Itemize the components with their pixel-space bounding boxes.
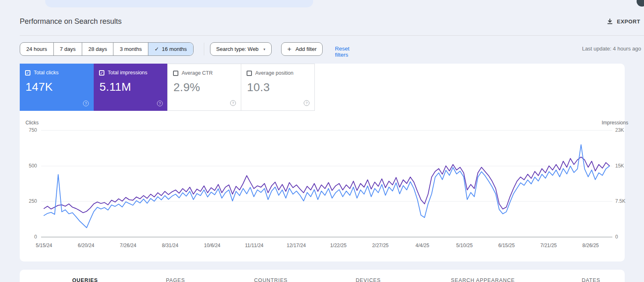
metric-tile-average-position[interactable]: Average position10.3? [241, 64, 315, 111]
x-axis-date-label: 10/6/24 [194, 243, 231, 248]
tab-devices[interactable]: DEVICES [355, 277, 381, 282]
download-icon [607, 18, 613, 25]
metric-label: Average position [255, 70, 293, 76]
metric-value: 2.9% [168, 81, 241, 94]
export-button[interactable]: EXPORT [607, 18, 640, 25]
top-search-bar[interactable] [45, 0, 313, 7]
help-icon[interactable]: ? [157, 101, 163, 106]
date-range-label: 28 days [88, 46, 107, 52]
x-axis-date-label: 5/15/24 [25, 243, 62, 248]
x-axis-date-label: 8/31/24 [152, 243, 189, 248]
filter-group-separator [204, 43, 204, 55]
help-icon[interactable]: ? [304, 100, 309, 106]
metric-tiles-row: ✓Total clicks147K?✓Total impressions5.11… [20, 64, 315, 111]
date-range-chip-group: 24 hours7 days28 days3 months✓16 months [20, 42, 194, 56]
x-axis-date-label: 11/11/24 [236, 243, 273, 248]
search-type-chip[interactable]: Search type: Web ▾ [210, 42, 272, 56]
add-filter-chip[interactable]: + Add filter [281, 42, 323, 56]
date-range-label: 3 months [120, 46, 141, 52]
date-range-chip-16-months[interactable]: ✓16 months [148, 43, 193, 55]
x-axis-date-label: 6/15/25 [488, 243, 525, 248]
x-axis-date-label: 8/26/25 [572, 243, 609, 248]
add-filter-label: Add filter [295, 46, 316, 52]
checkbox-unchecked-icon[interactable] [247, 71, 252, 76]
right-axis-tick: 23K [615, 127, 624, 133]
metric-label: Total clicks [34, 70, 58, 76]
reset-filters-link[interactable]: Reset filters [335, 46, 349, 58]
x-axis-date-label: 7/26/24 [110, 243, 147, 248]
header-divider [20, 35, 644, 36]
checkbox-checked-icon[interactable]: ✓ [99, 70, 104, 76]
date-range-label: 16 months [162, 46, 187, 52]
tab-queries[interactable]: QUERIES [72, 277, 98, 282]
right-axis-title: Impressions [602, 120, 628, 126]
x-axis-date-label: 2/27/25 [362, 243, 399, 248]
date-range-chip-24-hours[interactable]: 24 hours [20, 43, 54, 55]
search-type-label: Search type: Web [216, 46, 259, 52]
left-axis-tick: 750 [19, 127, 37, 133]
clicks-impressions-line-chart[interactable] [41, 130, 612, 237]
date-range-label: 24 hours [26, 46, 47, 52]
export-label: EXPORT [617, 18, 640, 25]
plus-icon: + [287, 45, 291, 53]
date-range-chip-28-days[interactable]: 28 days [82, 43, 114, 55]
metric-tile-average-ctr[interactable]: Average CTR2.9%? [167, 64, 241, 111]
left-axis-tick: 250 [19, 198, 37, 204]
right-axis-tick: 0 [615, 234, 618, 240]
help-icon[interactable]: ? [230, 100, 236, 106]
right-axis-tick: 7.5K [615, 198, 626, 204]
metric-value: 147K [20, 80, 94, 94]
checkbox-checked-icon[interactable]: ✓ [25, 70, 30, 76]
metric-value: 5.11M [94, 80, 168, 94]
performance-page: Performance on Search results EXPORT 24 … [0, 0, 644, 282]
page-title: Performance on Search results [20, 17, 122, 26]
metric-value: 10.3 [241, 81, 314, 94]
date-range-chip-3-months[interactable]: 3 months [113, 43, 148, 55]
metric-label: Total impressions [108, 70, 148, 76]
date-range-label: 7 days [60, 46, 76, 52]
account-avatar[interactable] [637, 0, 644, 7]
left-axis-tick: 0 [19, 234, 37, 240]
left-axis-title: Clicks [25, 120, 39, 126]
tab-countries[interactable]: COUNTRIES [254, 277, 288, 282]
tab-pages[interactable]: PAGES [166, 277, 185, 282]
x-axis-date-label: 7/21/25 [530, 243, 567, 248]
checkbox-unchecked-icon[interactable] [173, 71, 178, 76]
x-axis-date-label: 5/10/25 [446, 243, 483, 248]
x-axis-date-label: 4/4/25 [404, 243, 441, 248]
tab-search-appearance[interactable]: SEARCH APPEARANCE [451, 277, 515, 282]
dimension-tabs-card: QUERIESPAGESCOUNTRIESDEVICESSEARCH APPEA… [20, 270, 625, 282]
x-axis-date-label: 12/17/24 [278, 243, 315, 248]
x-axis-date-label: 1/22/25 [320, 243, 357, 248]
help-icon[interactable]: ? [83, 101, 89, 106]
date-range-chip-7-days[interactable]: 7 days [54, 43, 82, 55]
chevron-down-icon: ▾ [263, 47, 265, 51]
metric-tile-total-impressions[interactable]: ✓Total impressions5.11M? [94, 64, 168, 111]
x-axis-date-label: 6/20/24 [67, 243, 104, 248]
left-axis-tick: 500 [19, 163, 37, 169]
tab-dates[interactable]: DATES [582, 277, 600, 282]
metric-label: Average CTR [182, 70, 213, 76]
metric-tile-total-clicks[interactable]: ✓Total clicks147K? [20, 64, 94, 111]
last-update-text: Last update: 4 hours ago [582, 46, 641, 52]
right-axis-tick: 15K [615, 163, 624, 169]
check-icon: ✓ [155, 46, 159, 52]
